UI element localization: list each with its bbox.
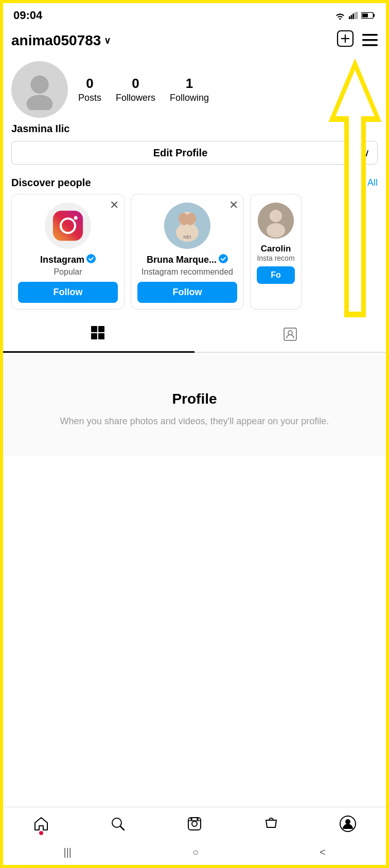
menu-icon[interactable] <box>362 32 378 49</box>
svg-rect-4 <box>356 12 358 19</box>
status-bar: 09:04 <box>3 3 386 26</box>
tab-grid[interactable] <box>3 320 194 353</box>
nav-home[interactable] <box>28 812 54 835</box>
reels-icon <box>187 816 202 831</box>
svg-rect-7 <box>362 13 368 17</box>
svg-point-26 <box>219 254 228 263</box>
discover-cards: ✕ Instagram <box>3 194 386 310</box>
profile-section: 0 Posts 0 Followers 1 Following Jasmina … <box>3 55 386 169</box>
svg-point-39 <box>192 821 197 826</box>
close-instagram-button[interactable]: ✕ <box>110 200 119 211</box>
svg-point-35 <box>288 331 292 335</box>
bruna-verified-icon <box>219 254 228 265</box>
android-back-button[interactable]: < <box>320 846 326 858</box>
shop-icon <box>263 816 279 831</box>
header-actions <box>337 30 378 51</box>
svg-point-44 <box>345 819 350 824</box>
close-bruna-button[interactable]: ✕ <box>229 200 238 211</box>
chevron-down-icon[interactable]: ∨ <box>104 35 111 46</box>
instagram-avatar <box>45 203 91 249</box>
nav-search[interactable] <box>105 812 131 835</box>
bruna-card-name: Bruna Marque... <box>147 254 228 265</box>
discover-card-bruna: ✕ NEI Bruna Marque... Instagram recommen… <box>131 194 244 310</box>
svg-rect-33 <box>98 333 104 339</box>
posts-stat[interactable]: 0 Posts <box>78 76 101 103</box>
svg-rect-1 <box>351 15 352 19</box>
discover-card-instagram: ✕ Instagram <box>11 194 125 310</box>
svg-rect-13 <box>362 44 378 46</box>
tab-tags[interactable] <box>194 320 386 352</box>
svg-line-37 <box>120 826 124 830</box>
followers-label: Followers <box>116 93 155 103</box>
svg-rect-0 <box>349 16 350 19</box>
home-icon <box>33 816 49 831</box>
posts-count: 0 <box>86 76 93 92</box>
svg-point-41 <box>190 818 192 820</box>
nav-reels[interactable] <box>182 812 207 835</box>
instagram-name-text: Instagram <box>40 255 84 265</box>
svg-rect-32 <box>91 333 97 339</box>
header: anima050783 ∨ <box>3 26 386 55</box>
nav-profile[interactable] <box>335 812 361 835</box>
home-notification-dot <box>39 831 43 835</box>
followers-stat[interactable]: 0 Followers <box>116 76 155 103</box>
bruna-card-sub: Instagram recommended <box>142 267 233 277</box>
carolin-avatar-image <box>258 203 294 239</box>
discover-card-carolin: Carolin Insta recom Fo <box>250 194 302 310</box>
following-stat[interactable]: 1 Following <box>170 76 209 103</box>
empty-state-subtitle: When you share photos and videos, they'l… <box>60 414 329 428</box>
bruna-avatar: NEI <box>164 203 210 249</box>
battery-icon <box>361 11 376 20</box>
svg-rect-38 <box>188 818 201 830</box>
svg-rect-2 <box>352 13 354 19</box>
svg-point-42 <box>197 818 199 820</box>
svg-rect-11 <box>362 34 378 36</box>
svg-rect-6 <box>373 14 375 17</box>
android-home-button[interactable]: ○ <box>192 846 199 858</box>
avatar-image <box>19 69 60 110</box>
svg-rect-31 <box>98 326 104 332</box>
svg-rect-30 <box>91 326 97 332</box>
header-username[interactable]: anima050783 ∨ <box>11 32 111 49</box>
follow-bruna-button[interactable]: Follow <box>137 282 237 303</box>
edit-profile-button[interactable]: Edit Profile <box>11 141 349 165</box>
add-post-icon[interactable] <box>337 30 354 51</box>
carolin-sub-text: Insta recom <box>257 254 294 262</box>
followers-count: 0 <box>132 76 139 92</box>
profile-dropdown-button[interactable]: ∨ <box>355 141 378 165</box>
status-time: 09:04 <box>13 9 42 22</box>
svg-point-15 <box>26 95 52 110</box>
svg-point-29 <box>267 223 285 238</box>
instagram-card-name: Instagram <box>40 254 96 265</box>
follow-carolin-button[interactable]: Fo <box>257 266 295 284</box>
profile-avatar-icon <box>340 816 356 832</box>
bruna-name-text: Bruna Marque... <box>147 255 217 265</box>
content-area: Profile When you share photos and videos… <box>3 353 386 456</box>
see-all-link[interactable]: See All <box>349 177 378 188</box>
wifi-icon <box>334 11 346 20</box>
profile-name: Jasmina Ilic <box>11 123 378 135</box>
following-label: Following <box>170 93 209 103</box>
status-icons <box>334 11 376 20</box>
following-count: 1 <box>186 76 193 92</box>
instagram-verified-icon <box>86 254 96 265</box>
avatar[interactable] <box>11 61 68 118</box>
profile-top: 0 Posts 0 Followers 1 Following <box>11 61 378 118</box>
svg-point-14 <box>30 76 48 94</box>
follow-instagram-button[interactable]: Follow <box>18 282 118 303</box>
username-text: anima050783 <box>11 32 101 49</box>
grid-icon <box>91 326 107 345</box>
svg-rect-16 <box>53 211 83 241</box>
edit-profile-row: Edit Profile ∨ <box>11 141 378 165</box>
svg-text:NEI: NEI <box>183 234 191 240</box>
svg-rect-3 <box>355 12 356 20</box>
bruna-avatar-image: NEI <box>164 203 210 249</box>
carolin-avatar <box>258 203 294 239</box>
signal-icon <box>349 11 358 20</box>
nav-shop[interactable] <box>258 812 284 835</box>
profile-empty-state: Profile When you share photos and videos… <box>3 353 386 456</box>
android-recents-button[interactable]: ||| <box>63 846 72 858</box>
content-tabs <box>3 320 386 353</box>
search-icon <box>110 816 126 831</box>
android-nav: ||| ○ < <box>3 839 386 865</box>
